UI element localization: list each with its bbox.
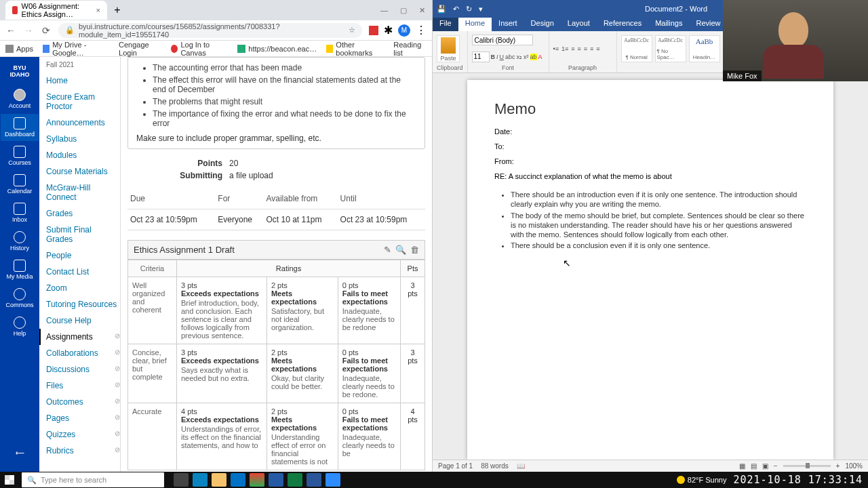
zoom-in-icon[interactable]: +	[836, 462, 840, 470]
nav-pages[interactable]: Pages⊘	[46, 410, 120, 426]
memo-from[interactable]: From:	[494, 157, 806, 165]
tab-layout[interactable]: Layout	[561, 18, 597, 31]
back-icon[interactable]: ←	[5, 25, 16, 36]
nav-commons[interactable]: Commons	[1, 285, 39, 312]
zoom-slider[interactable]	[783, 465, 831, 467]
new-tab-button[interactable]: +	[111, 4, 123, 16]
bookmark-canvas[interactable]: Log In to Canvas	[171, 41, 228, 57]
memo-bullet[interactable]: There should be a conclusion even if it …	[511, 241, 806, 250]
nav-coursehelp[interactable]: Course Help	[46, 312, 120, 329]
nav-help[interactable]: Help	[1, 313, 39, 340]
reading-list[interactable]: Reading list	[393, 41, 427, 57]
align-center-button[interactable]: ≡	[584, 45, 587, 52]
rubric-rating[interactable]: 0 ptsFails to meet expectationsInadequat…	[338, 403, 400, 470]
font-select[interactable]	[472, 35, 533, 45]
tab-mailings[interactable]: Mailings	[648, 18, 689, 31]
tab-insert[interactable]: Insert	[492, 18, 524, 31]
rubric-rating[interactable]: 2 ptsMeets expectationsOkay, but clarity…	[267, 344, 338, 403]
status-words[interactable]: 88 words	[481, 462, 509, 470]
outlook-icon[interactable]	[231, 473, 245, 487]
forward-icon[interactable]: →	[23, 25, 34, 36]
extensions-icon[interactable]: ✱	[384, 24, 393, 37]
view-read-icon[interactable]: ▤	[751, 462, 757, 470]
nav-dashboard[interactable]: Dashboard	[1, 114, 39, 141]
nav-connect[interactable]: McGraw-Hill Connect	[46, 180, 120, 205]
excel-icon[interactable]	[288, 473, 302, 487]
bullets-button[interactable]: •≡	[553, 45, 559, 52]
browser-min-icon[interactable]: —	[380, 6, 388, 15]
nav-proctor[interactable]: Secure Exam Proctor	[46, 89, 120, 115]
memo-re[interactable]: RE: A succinct explanation of what the m…	[494, 172, 806, 180]
style-normal[interactable]: AaBbCcDc¶ Normal	[621, 35, 652, 62]
nav-tutoring[interactable]: Tutoring Resources	[46, 296, 120, 312]
memo-list[interactable]: There should be an introduction even if …	[511, 190, 806, 251]
nav-courses[interactable]: Courses	[1, 142, 39, 169]
url-input[interactable]: 🔒 byui.instructure.com/courses/156852/as…	[58, 23, 362, 38]
rubric-rating[interactable]: 4 ptsExceeds expectationsUnderstandings …	[177, 403, 267, 470]
nav-assignments[interactable]: Assignments⊘	[39, 329, 120, 345]
memo-bullet[interactable]: The body of the memo should be brief, bu…	[511, 211, 806, 240]
save-icon[interactable]: 💾	[437, 5, 446, 14]
apps-button[interactable]: Apps	[5, 45, 33, 53]
nav-materials[interactable]: Course Materials	[46, 163, 120, 180]
memo-date[interactable]: Date:	[494, 127, 806, 136]
nav-zoom[interactable]: Zoom	[46, 280, 120, 296]
undo-icon[interactable]: ↶	[453, 5, 459, 14]
paste-button[interactable]: Paste	[437, 35, 460, 62]
nav-inbox[interactable]: Inbox	[1, 199, 39, 226]
nav-people[interactable]: People	[46, 247, 120, 264]
style-nospacing[interactable]: AaBbCcDc¶ No Spac…	[655, 35, 686, 62]
byu-logo[interactable]: BYU IDAHO	[3, 60, 37, 84]
view-web-icon[interactable]: ▣	[762, 462, 768, 470]
edit-icon[interactable]: ✎	[384, 245, 391, 255]
bookmark-beacon[interactable]: https://beacon.eac…	[237, 45, 317, 53]
zoom-icon[interactable]	[326, 473, 340, 487]
browser-tab[interactable]: W06 Assignment: Ethics Assign… ×	[5, 1, 107, 20]
qa-customize-icon[interactable]: ▾	[479, 5, 483, 14]
nav-announcements[interactable]: Announcements	[46, 115, 120, 131]
redo-icon[interactable]: ↻	[466, 5, 472, 14]
memo-title[interactable]: Memo	[494, 100, 806, 118]
nav-modules[interactable]: Modules	[46, 147, 120, 163]
tab-home[interactable]: Home	[458, 18, 492, 31]
strike-button[interactable]: abc	[505, 54, 515, 60]
delete-icon[interactable]: 🗑	[410, 245, 419, 255]
nav-home[interactable]: Home	[46, 73, 120, 89]
rubric-rating[interactable]: 0 ptsFails to meet expectationsInadequat…	[338, 277, 400, 344]
zoom-out-icon[interactable]: −	[774, 462, 778, 470]
nav-syllabus[interactable]: Syllabus	[46, 131, 120, 147]
nav-discussions[interactable]: Discussions⊘	[46, 361, 120, 378]
tab-close-icon[interactable]: ×	[96, 6, 100, 14]
edge-icon[interactable]	[193, 473, 208, 487]
tab-design[interactable]: Design	[524, 18, 561, 31]
reload-icon[interactable]: ⟳	[41, 25, 52, 36]
tab-file[interactable]: File	[433, 18, 458, 31]
highlight-button[interactable]: ab	[530, 54, 537, 60]
explorer-icon[interactable]	[212, 473, 226, 487]
nav-submit-final[interactable]: Submit Final Grades	[46, 222, 120, 247]
document-area[interactable]: Memo Date: To: From: RE: A succinct expl…	[433, 73, 868, 460]
bookmark-mydrive[interactable]: My Drive - Google…	[43, 41, 109, 57]
nav-history[interactable]: History	[1, 228, 39, 255]
sub-button[interactable]: x₂	[517, 54, 523, 60]
align-right-button[interactable]: ≡	[590, 45, 593, 52]
nav-collapse[interactable]: ⟵	[1, 439, 39, 466]
browser-max-icon[interactable]: ▢	[400, 6, 407, 15]
status-spell-icon[interactable]: 📖	[517, 462, 525, 470]
word-icon[interactable]	[307, 473, 321, 487]
browser-menu-icon[interactable]: ⋮	[416, 24, 427, 37]
align-left-button[interactable]: ≡	[577, 45, 580, 52]
sup-button[interactable]: x²	[524, 54, 529, 60]
nav-account[interactable]: Account	[1, 85, 39, 113]
bookmark-cengage[interactable]: Cengage Login	[119, 41, 161, 57]
nav-collaborations[interactable]: Collaborations⊘	[46, 345, 120, 361]
bold-button[interactable]: B	[491, 54, 496, 60]
style-heading1[interactable]: AaBbHeadin…	[689, 35, 720, 62]
nav-calendar[interactable]: Calendar	[1, 171, 39, 198]
memo-bullet[interactable]: There should be an introduction even if …	[511, 190, 806, 209]
nav-mymedia[interactable]: My Media	[1, 256, 39, 283]
tab-review[interactable]: Review	[690, 18, 728, 31]
italic-button[interactable]: I	[496, 54, 498, 60]
taskview-icon[interactable]	[174, 473, 189, 487]
fontcolor-button[interactable]: A	[538, 54, 542, 60]
